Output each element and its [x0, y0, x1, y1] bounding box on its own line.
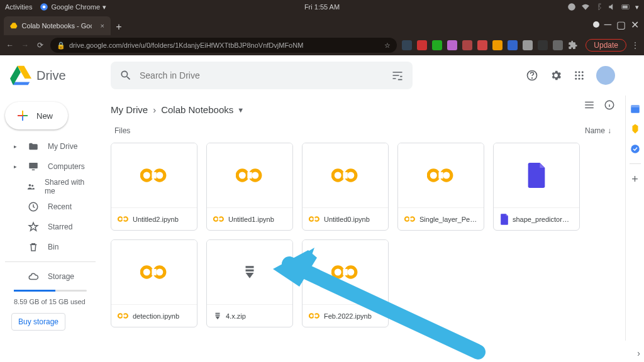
- svg-rect-39: [343, 172, 347, 178]
- file-footer: shape_predictor_68_fa...: [494, 207, 579, 230]
- activities-button[interactable]: Activities: [5, 3, 32, 11]
- update-button[interactable]: Update: [586, 39, 626, 52]
- svg-rect-22: [585, 104, 594, 106]
- svg-rect-4: [623, 6, 628, 9]
- file-card[interactable]: detection.ipynb: [111, 239, 197, 327]
- extension-icon[interactable]: [447, 40, 457, 50]
- breadcrumb-current[interactable]: Colab Notebooks ▼: [161, 104, 244, 115]
- sidebar-item-recent[interactable]: Recent: [5, 197, 96, 216]
- extension-icon[interactable]: [538, 40, 548, 50]
- sidebar-item-label: Storage: [48, 272, 74, 281]
- file-footer: Untitled1.ipynb: [207, 207, 292, 230]
- expand-chevron-icon[interactable]: ▸: [14, 143, 19, 150]
- side-panel-toggle[interactable]: ›: [637, 348, 640, 358]
- new-tab-button[interactable]: +: [111, 19, 127, 35]
- file-thumbnail: [111, 143, 197, 207]
- extension-icon[interactable]: [508, 40, 518, 50]
- bookmark-star-icon[interactable]: ☆: [384, 41, 391, 50]
- new-button[interactable]: New: [5, 102, 68, 129]
- file-footer: Untitled2.ipynb: [111, 207, 197, 230]
- storage-bar: [14, 290, 87, 292]
- expand-chevron-icon[interactable]: ▸: [14, 163, 19, 170]
- file-card[interactable]: Feb.2022.ipynb: [302, 239, 389, 327]
- extensions-puzzle-icon[interactable]: [568, 40, 578, 50]
- tasks-icon[interactable]: [630, 143, 641, 155]
- sidebar-item-bin[interactable]: Bin: [5, 238, 96, 256]
- window-close-button[interactable]: ✕: [631, 19, 639, 31]
- extension-icon[interactable]: [523, 40, 533, 50]
- nav-back-button[interactable]: ←: [5, 41, 15, 50]
- file-name: shape_predictor_68_fa...: [513, 216, 573, 223]
- apps-grid-icon[interactable]: [574, 70, 585, 81]
- system-tray[interactable]: ▾: [567, 3, 639, 11]
- svg-point-15: [582, 78, 584, 80]
- file-card[interactable]: Single_layer_Perceptro...: [397, 143, 484, 231]
- browser-menu-button[interactable]: ⋮: [631, 41, 639, 50]
- sidebar-item-my-drive[interactable]: ▸ My Drive: [5, 137, 96, 156]
- computers-icon: [28, 161, 39, 172]
- arrow-down-icon: ↓: [608, 126, 611, 135]
- svg-rect-57: [216, 312, 220, 314]
- sidebar-item-storage[interactable]: Storage: [5, 267, 96, 286]
- file-card[interactable]: 4.x.zip: [206, 239, 293, 327]
- search-options-icon[interactable]: [391, 69, 404, 82]
- settings-gear-icon[interactable]: [550, 69, 562, 82]
- file-type-icon: [118, 312, 129, 319]
- url-text: drive.google.com/drive/u/0/folders/1Kdan…: [69, 41, 303, 49]
- svg-point-12: [582, 75, 584, 77]
- info-icon[interactable]: [604, 99, 615, 111]
- files-grid: Untitled2.ipynb Untitled1.ipynb Untitled…: [111, 143, 615, 327]
- nav-forward-button[interactable]: →: [20, 41, 30, 50]
- window-minimize-button[interactable]: ─: [604, 19, 611, 30]
- drive-logo[interactable]: Drive: [10, 65, 111, 86]
- account-avatar[interactable]: [596, 66, 615, 85]
- tab-close-button[interactable]: ×: [101, 22, 104, 30]
- svg-rect-56: [246, 270, 254, 272]
- svg-point-34: [214, 217, 218, 221]
- breadcrumb-root[interactable]: My Drive: [111, 104, 148, 115]
- extension-icon[interactable]: [417, 40, 427, 50]
- keep-icon[interactable]: [630, 123, 641, 134]
- svg-point-28: [118, 217, 123, 221]
- window-maximize-button[interactable]: ▢: [616, 19, 626, 31]
- file-type-icon: [118, 216, 129, 222]
- search-input[interactable]: [140, 70, 384, 80]
- calendar-icon[interactable]: [630, 103, 641, 114]
- bin-icon: [28, 241, 39, 253]
- file-name: Untitled0.ipynb: [324, 216, 370, 223]
- extension-icon[interactable]: [402, 40, 412, 50]
- file-thumbnail: [398, 143, 484, 207]
- svg-rect-48: [409, 217, 411, 220]
- chevron-down-icon: ▼: [237, 106, 244, 114]
- add-addon-button[interactable]: +: [631, 173, 638, 186]
- svg-point-37: [333, 170, 343, 180]
- app-indicator[interactable]: Google Chrome ▾: [40, 3, 106, 11]
- help-icon[interactable]: [526, 69, 538, 82]
- extension-icon[interactable]: [492, 40, 502, 50]
- browser-tab[interactable]: Colab Notebooks - Googl ×: [4, 16, 111, 35]
- svg-point-13: [575, 78, 577, 80]
- file-card[interactable]: Untitled0.ipynb: [302, 143, 389, 231]
- nav-reload-button[interactable]: ⟳: [35, 41, 45, 50]
- svg-rect-23: [585, 107, 594, 109]
- sidebar-item-starred[interactable]: Starred: [5, 217, 96, 236]
- file-type-icon: [213, 216, 225, 222]
- file-card[interactable]: Untitled2.ipynb: [111, 143, 197, 231]
- file-footer: Feb.2022.ipynb: [303, 304, 388, 327]
- buy-storage-button[interactable]: Buy storage: [11, 313, 65, 331]
- extension-icon[interactable]: [462, 40, 472, 50]
- sidebar-item-label: Recent: [48, 202, 72, 211]
- svg-rect-64: [314, 314, 316, 317]
- file-card[interactable]: Untitled1.ipynb: [206, 143, 293, 231]
- extension-icon[interactable]: [477, 40, 487, 50]
- file-card[interactable]: shape_predictor_68_fa...: [493, 143, 580, 231]
- sidebar-item-computers[interactable]: ▸ Computers: [5, 157, 96, 176]
- list-view-icon[interactable]: [584, 99, 595, 111]
- address-bar[interactable]: 🔒 drive.google.com/drive/u/0/folders/1Kd…: [50, 38, 397, 53]
- extension-icon[interactable]: [432, 40, 442, 50]
- file-thumbnail: [207, 240, 292, 304]
- sidebar-item-shared[interactable]: Shared with me: [5, 177, 96, 196]
- sort-name-button[interactable]: Name ↓: [585, 126, 611, 135]
- extension-icon[interactable]: [553, 40, 563, 50]
- search-bar[interactable]: [111, 62, 413, 89]
